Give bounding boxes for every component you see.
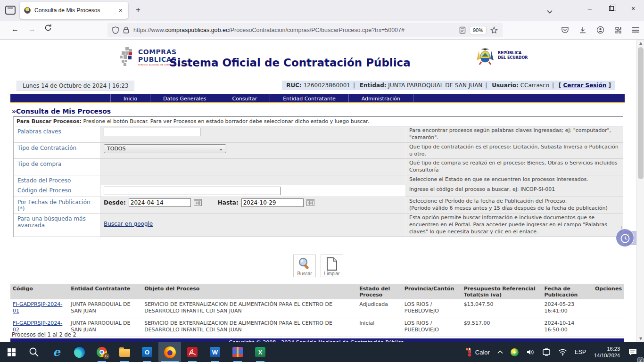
taskbar-edge[interactable] xyxy=(68,342,91,362)
tray-tablet-mode[interactable] xyxy=(538,342,554,362)
winrar-icon xyxy=(232,347,243,357)
chevron-up-icon xyxy=(497,350,503,354)
page-viewport: COMPRAS PUBLICAS SERVICIO NACIONAL DE CO… xyxy=(0,40,644,342)
proceso-link[interactable]: FI-GADPRSJP-2024-02 xyxy=(13,320,62,333)
taskbar-firefox[interactable] xyxy=(158,342,181,362)
taskbar-word[interactable]: W xyxy=(204,342,226,362)
buscar-en-google-link[interactable]: Buscar en google xyxy=(104,221,153,227)
tray-clock[interactable]: 16:23 14/10/2024 xyxy=(590,346,624,359)
results-header-row: Código Entidad Contratante Objeto del Pr… xyxy=(10,284,624,299)
col-objeto: Objeto del Proceso xyxy=(142,284,357,299)
calendar-hasta-icon[interactable] xyxy=(306,199,314,207)
extensions-icon[interactable] xyxy=(614,26,622,34)
logout-link[interactable]: Cerrar Sesión xyxy=(563,82,607,89)
taskbar-internet-explorer[interactable]: e xyxy=(45,342,68,362)
nav-entidad-contratante[interactable]: Entidad Contratante xyxy=(270,94,349,102)
shield-icon[interactable] xyxy=(112,26,119,34)
estado-proceso-label: Estado del Proceso xyxy=(14,175,101,185)
notification-center[interactable]: 2 xyxy=(624,342,641,362)
codigo-proceso-input[interactable] xyxy=(104,187,281,195)
firefox-view-icon[interactable] xyxy=(5,6,16,15)
ruc-label: RUC: xyxy=(286,82,302,89)
tray-language[interactable]: ESP xyxy=(571,342,590,362)
downloads-icon[interactable] xyxy=(579,26,586,34)
wifi-icon xyxy=(558,349,567,356)
taskbar-chrome[interactable]: G xyxy=(91,342,113,362)
weather-widget[interactable]: Calor xyxy=(462,342,494,362)
word-icon: W xyxy=(210,347,220,357)
ecuador-coat-of-arms-icon xyxy=(475,46,495,65)
tipo-compra-label: Tipo de compra xyxy=(14,159,101,175)
logo-line1: COMPRAS xyxy=(138,48,177,56)
tipo-contratacion-label: Tipo de Contratación xyxy=(14,143,101,159)
session-bar: RUC: 1260023860001 Entidad: JUNTA PARROQ… xyxy=(282,81,615,90)
zoom-level-badge[interactable]: 90% xyxy=(470,26,486,34)
usuario-label: Usuario: xyxy=(492,82,519,89)
forward-button[interactable]: → xyxy=(28,25,36,33)
fechas-publicacion-label: Por Fechas de Publicación (*) xyxy=(14,197,101,213)
taskbar-excel[interactable]: X xyxy=(249,342,272,362)
nav-inicio[interactable]: Inicio xyxy=(110,94,150,102)
tipo-contratacion-help: Que tipo de contratación es el proceso: … xyxy=(405,143,623,159)
proceso-link[interactable]: FI-GADPRSJP-2024-01 xyxy=(13,301,62,314)
notification-icon xyxy=(628,348,637,356)
palabras-claves-input[interactable] xyxy=(104,128,200,136)
taskbar-file-explorer[interactable] xyxy=(113,342,136,362)
taskbar-winrar[interactable] xyxy=(226,342,249,362)
calendar-desde-icon[interactable] xyxy=(194,199,202,207)
clock-icon[interactable] xyxy=(616,229,634,247)
tray-chevron-up[interactable] xyxy=(494,342,507,362)
datetime-bar: Lunes 14 de Octubre de 2024 | 16:23 xyxy=(17,81,134,91)
tray-wifi[interactable] xyxy=(554,342,571,362)
lock-icon[interactable] xyxy=(123,26,129,33)
ruc-value: 1260023860001 xyxy=(304,82,350,89)
browser-tab[interactable]: Consulta de Mis Procesos × xyxy=(20,2,128,19)
nav-administracion[interactable]: Administración xyxy=(349,94,413,102)
scrollbar-thumb[interactable] xyxy=(638,47,644,179)
tray-antivirus[interactable]: + xyxy=(507,342,522,362)
back-button[interactable]: ← xyxy=(11,25,19,33)
table-row: FI-GADPRSJP-2024-02 JUNTA PARROQUIAL DE … xyxy=(10,318,624,337)
taskbar-search-button[interactable] xyxy=(23,342,45,362)
firefox-icon xyxy=(164,346,176,358)
list-tabs-chevron-icon[interactable] xyxy=(547,7,553,16)
nav-datos-generales[interactable]: Datos Generales xyxy=(150,94,219,102)
estado-proceso-help: Seleccione el Estado en que se encuentre… xyxy=(405,175,623,185)
scroll-down-arrow[interactable]: ▼ xyxy=(637,335,644,342)
taskbar-outlook[interactable]: O xyxy=(136,342,158,362)
taskbar-acrobat[interactable] xyxy=(181,342,204,362)
reader-view-icon[interactable] xyxy=(459,26,466,34)
scroll-up-arrow[interactable]: ▲ xyxy=(637,40,644,47)
weather-label: Calor xyxy=(475,349,490,356)
tab-title: Consulta de Mis Procesos xyxy=(34,7,114,14)
magnifier-icon xyxy=(297,257,312,271)
fecha-hasta-input[interactable] xyxy=(241,198,304,207)
limpiar-button[interactable]: Limpiar xyxy=(321,255,343,277)
bookmark-star-icon[interactable] xyxy=(490,26,498,34)
chrome-profile-badge: G xyxy=(103,353,109,359)
tipo-compra-empty xyxy=(101,159,405,175)
reload-button[interactable] xyxy=(44,24,52,33)
tray-volume[interactable] xyxy=(522,342,538,362)
close-button[interactable]: × xyxy=(622,0,644,17)
account-icon[interactable] xyxy=(596,26,604,34)
entidad-label: Entidad: xyxy=(360,82,387,89)
site-favicon-icon xyxy=(24,7,31,14)
minimize-button[interactable]: – xyxy=(579,0,601,17)
restore-button[interactable] xyxy=(601,0,622,17)
nav-consultar[interactable]: Consultar xyxy=(219,94,270,102)
tab-close-icon[interactable]: × xyxy=(117,7,124,14)
page-scrollbar[interactable]: ▲ ▼ xyxy=(636,40,644,342)
fecha-desde-input[interactable] xyxy=(129,198,191,207)
menu-hamburger-icon[interactable] xyxy=(632,27,639,33)
url-bar[interactable]: https://www.compraspublicas.gob.ec/Proce… xyxy=(107,23,503,37)
page-title: »Consulta de Mis Procesos xyxy=(12,107,111,115)
new-tab-button[interactable]: + xyxy=(136,5,140,15)
pocket-icon[interactable] xyxy=(561,26,569,34)
select-chevron-icon: ⌄ xyxy=(219,146,223,152)
tipo-contratacion-select[interactable]: TODOS ⌄ xyxy=(104,144,226,153)
fechas-publicacion-help: Seleccione el Período de la fecha de Pub… xyxy=(405,197,623,213)
buscar-button[interactable]: Buscar xyxy=(293,255,316,277)
republic-label: REPÚBLICADEL ECUADOR xyxy=(498,51,528,60)
start-button[interactable] xyxy=(0,342,23,362)
